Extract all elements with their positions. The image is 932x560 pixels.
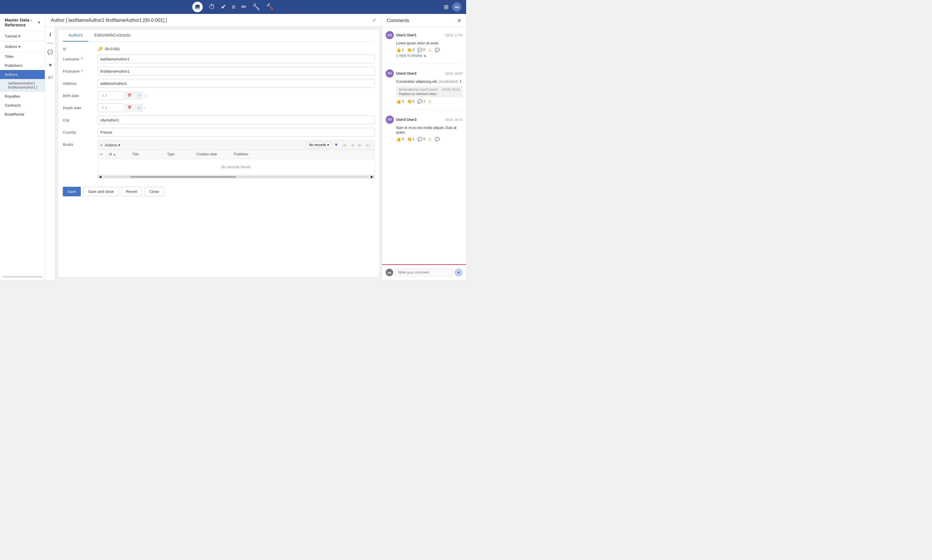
tutorial-label[interactable]: Tutorial ▾ bbox=[5, 34, 40, 38]
books-prev-page-btn[interactable]: ◀ bbox=[350, 142, 355, 148]
settings-icon[interactable]: 🔨 bbox=[266, 3, 274, 11]
save-button[interactable]: Save bbox=[63, 187, 81, 196]
books-table: ≡ Id ▲ Title Type Creation date Publishe… bbox=[98, 149, 374, 178]
wrench-icon[interactable]: 🔧 bbox=[252, 3, 260, 11]
expand-icon[interactable]: ⤢ bbox=[372, 17, 376, 23]
birthdate-input[interactable] bbox=[98, 91, 124, 100]
deathdate-label: Death date bbox=[63, 106, 98, 110]
reaction-comment-3[interactable]: 💬 0 bbox=[417, 137, 425, 142]
comment-3-user: User3 User3 bbox=[396, 118, 416, 122]
sidebar: Master Data - Reference ▾ Tutorial ▾ Act… bbox=[0, 14, 45, 280]
comment-icon[interactable]: 💬 bbox=[46, 48, 54, 56]
reply-icon-1[interactable]: 💬 bbox=[435, 48, 440, 52]
comments-close-button[interactable]: ✕ bbox=[457, 17, 462, 24]
tab-editorwithcontracts[interactable]: EditorWithContracts bbox=[88, 29, 136, 42]
lastname-input[interactable] bbox=[98, 55, 374, 63]
warn-icon-3[interactable]: ⚠ bbox=[428, 137, 432, 142]
comment-2-time: 10/19, 18:07 bbox=[445, 72, 463, 75]
col-type: Type bbox=[165, 152, 194, 156]
scroll-right-btn[interactable]: ▶ bbox=[370, 175, 374, 178]
city-input[interactable] bbox=[98, 115, 374, 124]
reaction-clap-3[interactable]: 👏 1 bbox=[407, 137, 415, 142]
warn-icon-1[interactable]: ⚠ bbox=[428, 48, 432, 52]
sidebar-scrollbar[interactable] bbox=[2, 276, 42, 278]
deathdate-input[interactable] bbox=[98, 103, 124, 112]
birthdate-clear-icon[interactable]: ○ bbox=[144, 93, 146, 98]
table-header: ≡ Id ▲ Title Type Creation date Publishe… bbox=[98, 150, 374, 159]
star-icon[interactable]: ★ bbox=[46, 61, 54, 69]
sidebar-item-author-record[interactable]: lastNameAuthor1 firstNameAuthor1 [ bbox=[0, 79, 45, 92]
close-button[interactable]: Close bbox=[145, 187, 164, 196]
sidebar-item-bookrental[interactable]: BookRental bbox=[0, 110, 45, 119]
comment-input[interactable] bbox=[396, 268, 452, 277]
lastname-field-row: Lastname * bbox=[63, 55, 374, 63]
sidebar-item-contracts[interactable]: Contracts bbox=[0, 101, 45, 110]
info-icon[interactable]: ℹ bbox=[46, 30, 54, 38]
deathdate-field-row: Death date 📅 🕐 ○ bbox=[63, 103, 374, 112]
address-field-row: Address bbox=[63, 79, 374, 88]
books-actions-btn[interactable]: Actions ▾ bbox=[105, 143, 120, 147]
scroll-left-btn[interactable]: ◀ bbox=[98, 175, 103, 178]
comment-item: UU User1 User1 10/19, 17:54 Lorem ipsum … bbox=[386, 31, 463, 57]
reaction-comment-2[interactable]: 💬 1 bbox=[417, 99, 425, 104]
sidebar-dropdown-icon[interactable]: ▾ bbox=[38, 20, 40, 25]
side-icon-bar: ℹ 💬 ★ 🏷 bbox=[45, 27, 55, 280]
address-input[interactable] bbox=[98, 79, 374, 88]
page-title: Author [ lastNameAuthor1 firstNameAuthor… bbox=[51, 18, 167, 23]
books-last-page-btn[interactable]: ▶| bbox=[365, 142, 372, 148]
reaction-comment[interactable]: 💬 0 bbox=[417, 48, 425, 52]
sidebar-title: Master Data - Reference bbox=[5, 17, 36, 27]
sidebar-item-authors[interactable]: Authors bbox=[0, 70, 45, 79]
comment-1-reply-link[interactable]: 1 reply to display ▲ bbox=[386, 54, 463, 57]
col-id[interactable]: Id ▲ bbox=[107, 152, 130, 156]
user-avatar[interactable]: aa bbox=[452, 2, 462, 12]
comments-header: Comments ✕ bbox=[382, 14, 466, 28]
deathdate-calendar-icon[interactable]: 📅 bbox=[126, 104, 133, 112]
clock-icon[interactable]: ⏱ bbox=[209, 3, 215, 11]
tab-authors[interactable]: Authors bbox=[63, 29, 88, 42]
scrollbar-thumb[interactable] bbox=[130, 176, 236, 178]
books-filter-icon[interactable]: ▼ bbox=[334, 142, 339, 148]
send-comment-button[interactable]: ➤ bbox=[454, 268, 463, 277]
main-layout: Master Data - Reference ▾ Tutorial ▾ Act… bbox=[0, 14, 466, 280]
deathdate-time-icon[interactable]: 🕐 bbox=[135, 104, 142, 112]
save-and-close-button[interactable]: Save and close bbox=[83, 187, 119, 196]
actions-label[interactable]: Actions ▾ bbox=[5, 45, 40, 49]
reaction-clap[interactable]: 👏 0 bbox=[407, 48, 415, 52]
firstname-input[interactable] bbox=[98, 67, 374, 75]
books-add-btn[interactable]: + bbox=[100, 143, 103, 147]
deathdate-clear-icon[interactable]: ○ bbox=[144, 105, 146, 110]
birthdate-time-icon[interactable]: 🕐 bbox=[135, 92, 142, 99]
lastname-label: Lastname * bbox=[63, 57, 98, 61]
books-table-scrollbar[interactable]: ◀ ▶ bbox=[98, 175, 374, 178]
grid-icon[interactable]: ⊞ bbox=[444, 3, 449, 11]
edit-icon[interactable]: ✏ bbox=[241, 3, 246, 11]
tag-icon[interactable]: 🏷 bbox=[46, 74, 54, 82]
content-header: Author [ lastNameAuthor1 firstNameAuthor… bbox=[45, 14, 382, 27]
reply-icon-3[interactable]: 💬 bbox=[435, 137, 440, 142]
address-label: Address bbox=[63, 82, 98, 86]
books-records-badge[interactable]: No records ▾ bbox=[306, 142, 331, 148]
revert-button[interactable]: Revert bbox=[121, 187, 142, 196]
sidebar-item-royalties[interactable]: Royalties bbox=[0, 92, 45, 101]
id-label: Id bbox=[63, 47, 98, 51]
birthdate-label: Birth date bbox=[63, 94, 98, 98]
id-field-row: Id 🔑 00-0-001 bbox=[63, 46, 374, 51]
reaction-like-2[interactable]: 👍 0 bbox=[396, 99, 404, 104]
warn-icon-2[interactable]: ⚠ bbox=[428, 99, 432, 104]
check-icon[interactable]: ✔ bbox=[221, 3, 226, 11]
books-next-page-btn[interactable]: ▶ bbox=[357, 142, 363, 148]
col-drag: ≡ bbox=[98, 152, 107, 156]
sidebar-item-titles[interactable]: Titles bbox=[0, 52, 45, 61]
reaction-like[interactable]: 👍 1 bbox=[396, 48, 404, 52]
country-input[interactable] bbox=[98, 128, 374, 137]
comments-list: UU User1 User1 10/19, 17:54 Lorem ipsum … bbox=[382, 28, 466, 264]
sidebar-item-publishers[interactable]: Publishers bbox=[0, 61, 45, 70]
reaction-like-3[interactable]: 👍 0 bbox=[396, 137, 404, 142]
reaction-clap-2[interactable]: 👏 0 bbox=[407, 99, 415, 104]
layers-icon[interactable]: ≡ bbox=[232, 3, 236, 11]
birthdate-calendar-icon[interactable]: 📅 bbox=[126, 92, 133, 99]
database-icon[interactable] bbox=[193, 2, 203, 12]
id-value-container: 🔑 00-0-001 bbox=[98, 46, 374, 51]
books-first-page-btn[interactable]: |◀ bbox=[341, 142, 348, 148]
